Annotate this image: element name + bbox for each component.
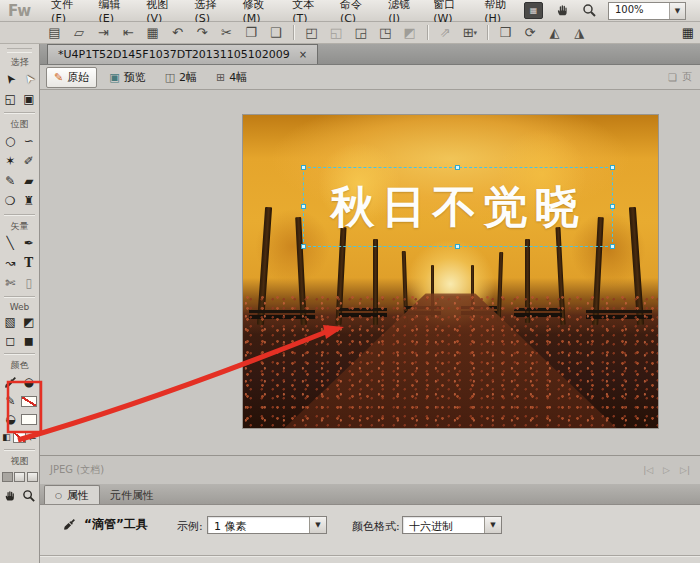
selection-handle[interactable] [610, 244, 615, 249]
play-icon[interactable]: ▷ [663, 465, 670, 475]
default-colors-icon[interactable]: ◧ [1, 429, 13, 446]
save-icon[interactable]: ▤ [42, 25, 67, 40]
path-edit-icon[interactable]: ⇗ [433, 25, 458, 40]
copy-icon[interactable]: ❐ [239, 25, 264, 40]
paste-icon[interactable]: ❑ [263, 25, 288, 40]
shape-tool-icon[interactable]: ▯ [20, 275, 37, 292]
selection-handle[interactable] [455, 244, 460, 249]
close-tab-icon[interactable]: × [299, 49, 307, 60]
crop-tool-icon[interactable]: ▣ [20, 91, 37, 108]
color-format-dropdown[interactable]: 十六进制 ▼ [402, 516, 502, 534]
hand-pan-icon[interactable] [554, 3, 570, 19]
stroke-pencil-icon[interactable]: ✎ [2, 393, 19, 410]
show-slices-icon[interactable]: ◼ [20, 333, 37, 350]
toolbar-separator [427, 25, 428, 40]
original-view-button[interactable]: ✎ 原始 [46, 67, 97, 88]
selection-handle[interactable] [301, 244, 306, 249]
scale-tool-icon[interactable]: ◱ [2, 91, 19, 108]
bring-forward-icon[interactable]: ◳ [373, 25, 398, 40]
send-back-icon[interactable]: ◲ [348, 25, 373, 40]
undo-icon[interactable]: ↶ [165, 25, 190, 40]
fill-bucket-icon[interactable]: ◒ [2, 411, 19, 428]
two-up-view-button[interactable]: ◫ 2幅 [158, 68, 204, 87]
selection-handle[interactable] [610, 165, 615, 170]
overlay-text[interactable]: 秋日不觉晓 [304, 168, 612, 246]
line-tool-icon[interactable]: ╲ [2, 235, 19, 252]
marquee-tool-icon[interactable]: ○ [2, 133, 19, 150]
autumn-park-image[interactable]: 秋日不觉晓 [243, 115, 658, 428]
freeform-tool-icon[interactable]: ↝ [2, 255, 19, 272]
export-icon[interactable]: ⇤ [116, 25, 141, 40]
app-switcher-icon[interactable]: ▦ [524, 2, 543, 19]
dropdown-arrow-icon[interactable]: ▼ [484, 517, 501, 533]
magic-wand-tool-icon[interactable]: ✶ [2, 153, 19, 170]
no-color-icon[interactable] [13, 432, 26, 443]
text-tool-icon[interactable]: T [20, 255, 37, 272]
selection-handle[interactable] [455, 165, 460, 170]
eyedropper-tool-icon[interactable] [2, 374, 19, 391]
preview-view-button[interactable]: ▣ 预览 [102, 68, 152, 87]
selection-handle[interactable] [301, 204, 306, 209]
first-frame-icon[interactable]: |◁ [643, 465, 653, 475]
document-tab[interactable]: *U4P1T52D145F1037DT20131105102009 × [47, 44, 318, 64]
stroke-color-swatch[interactable] [21, 396, 37, 407]
tab-properties[interactable]: ○ 属性 [44, 485, 100, 504]
hotspot-tool-icon[interactable]: ▧ [2, 314, 19, 331]
tab-symbol-properties[interactable]: 元件属性 [100, 486, 164, 504]
panel-collapse-icon[interactable]: ○ [55, 491, 62, 500]
slice-tool-icon[interactable]: ◩ [20, 314, 37, 331]
section-divider [4, 353, 35, 354]
align-icon[interactable]: ⊞▾ [458, 25, 483, 40]
subselect-tool-icon[interactable]: ➤ [20, 71, 37, 88]
section-vector-label: 矢量 [0, 218, 39, 233]
menu-bar: Fw 文件(F) 编辑(E) 视图(V) 选择(S) 修改(M) 文本(T) 命… [0, 0, 700, 22]
selection-handle[interactable] [610, 204, 615, 209]
swap-colors-icon[interactable]: ⇄ [27, 429, 39, 446]
flip-horizontal-icon[interactable]: ◭ [542, 25, 567, 40]
rotate-icon[interactable]: ⟳ [518, 25, 543, 40]
flip-vertical-icon[interactable]: ◮ [567, 25, 592, 40]
knife-tool-icon[interactable]: ✄ [2, 275, 19, 292]
screen-mode-full-icon[interactable] [14, 472, 25, 482]
four-up-view-button[interactable]: ⊞ 4幅 [209, 68, 254, 87]
pages-panel-label[interactable]: ❏ 页 [668, 70, 700, 84]
open-icon[interactable]: ▱ [67, 25, 92, 40]
brush-tool-icon[interactable]: ✐ [20, 153, 37, 170]
zoom-dropdown-arrow[interactable]: ▼ [669, 3, 685, 19]
eraser-tool-icon[interactable]: ▰ [20, 173, 37, 190]
pencil-tool-icon[interactable]: ✎ [2, 173, 19, 190]
bring-front-icon[interactable]: ◱ [324, 25, 349, 40]
redo-icon[interactable]: ↷ [190, 25, 215, 40]
screen-mode-standard-icon[interactable] [2, 472, 13, 482]
selection-handle[interactable] [301, 165, 306, 170]
text-selection-box[interactable]: 秋日不觉晓 [303, 167, 613, 247]
pointer-tool-icon[interactable]: ➤ [2, 71, 19, 88]
hide-slices-icon[interactable]: ◻ [2, 333, 19, 350]
import-icon[interactable]: ⇥ [91, 25, 116, 40]
hand-tool-icon[interactable] [2, 488, 19, 505]
pen-tool-icon[interactable]: ✒ [20, 235, 37, 252]
page-icon[interactable]: ❒ [493, 25, 518, 40]
stamp-tool-icon[interactable]: ♜ [20, 193, 37, 210]
align-dropdown-arrow[interactable]: ▾ [474, 29, 478, 37]
blur-tool-icon[interactable]: ❍ [2, 193, 19, 210]
sample-size-dropdown[interactable]: 1 像素 ▼ [207, 516, 327, 534]
send-backward-icon[interactable]: ◩ [397, 25, 422, 40]
panel-grip[interactable] [7, 48, 32, 53]
group-icon[interactable]: ◰ [299, 25, 324, 40]
lasso-tool-icon[interactable]: ∽ [20, 133, 37, 150]
zoom-magnifier-icon[interactable] [581, 3, 597, 19]
print-icon[interactable]: ▦ [140, 25, 165, 40]
app-logo: Fw [8, 2, 30, 20]
fill-color-swatch[interactable] [21, 414, 37, 425]
screen-mode-custom-icon[interactable] [27, 472, 38, 482]
zoom-level-dropdown[interactable]: 100% ▼ [608, 2, 686, 20]
last-frame-icon[interactable]: ▷| [680, 465, 690, 475]
zoom-tool-icon[interactable] [20, 488, 37, 505]
cut-icon[interactable]: ✂ [214, 25, 239, 40]
paint-bucket-tool-icon[interactable]: ◒ [20, 374, 37, 391]
section-select-label: 选择 [0, 54, 39, 69]
workspace-icon[interactable]: ▦ [676, 25, 700, 40]
properties-content: “滴管”工具 示例: 1 像素 ▼ 颜色格式: 十六进制 ▼ [40, 505, 700, 563]
dropdown-arrow-icon[interactable]: ▼ [309, 517, 326, 533]
